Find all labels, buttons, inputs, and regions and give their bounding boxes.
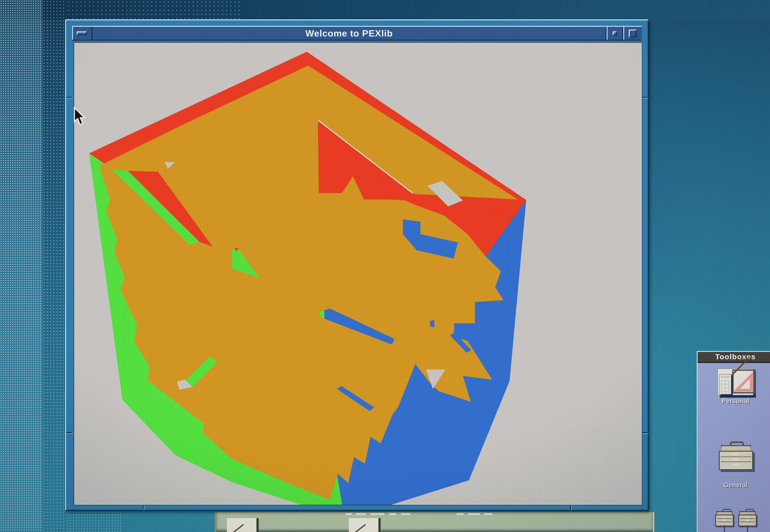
personal-toolbox-icon[interactable] <box>716 368 755 397</box>
toolboxes-title: Toolboxes <box>715 353 756 361</box>
maximize-button[interactable] <box>622 27 642 40</box>
frame-resize-notch[interactable] <box>66 432 72 433</box>
toolbox-mini-row <box>698 509 770 526</box>
icon-stem <box>747 526 748 532</box>
toolbox-item-personal[interactable]: Personal <box>698 368 770 405</box>
toolbox-item-general[interactable]: General <box>698 441 770 489</box>
clipped-text-fragment <box>356 513 366 515</box>
window-menu-button[interactable] <box>72 27 92 40</box>
icon-drawers <box>738 514 757 526</box>
document-icon[interactable] <box>349 518 381 532</box>
toolbox-item-label: Personal <box>698 397 770 405</box>
frame-resize-notch[interactable] <box>642 432 648 433</box>
icon-stem <box>724 526 725 532</box>
desktop-dither-bottom <box>66 511 122 532</box>
general-toolbox-icon[interactable] <box>718 441 753 470</box>
title-area[interactable]: Welcome to PEXlib <box>92 27 606 40</box>
toolbox-item-label: General <box>698 481 770 489</box>
minimize-square-icon <box>613 31 617 35</box>
clipped-text-fragment <box>401 513 410 515</box>
mouse-cursor-icon <box>73 107 87 127</box>
clipped-text-fragment <box>484 513 493 515</box>
icon-calculator <box>719 374 731 394</box>
toolboxes-panel-titlebar[interactable]: Toolboxes <box>698 351 770 363</box>
clipped-text-fragment <box>345 513 352 515</box>
window-title: Welcome to PEXlib <box>305 28 393 39</box>
cube-scene <box>74 42 642 505</box>
maximize-square-icon <box>629 29 637 37</box>
toolboxes-panel: Toolboxes Personal General <box>697 351 770 532</box>
frame-resize-notch[interactable] <box>642 97 648 98</box>
background-window[interactable] <box>215 512 654 532</box>
desktop-dither-strip-left <box>0 0 42 532</box>
frame-resize-notch[interactable] <box>66 97 72 98</box>
small-toolbox-icon[interactable] <box>738 509 756 526</box>
clipped-text-fragment <box>370 513 384 515</box>
pexlib-window: Welcome to PEXlib <box>65 19 649 511</box>
clipped-text-fragment <box>468 513 480 515</box>
icon-drawers <box>719 451 753 470</box>
clipped-text-fragment <box>457 513 464 515</box>
blue-dot <box>430 320 434 327</box>
icon-drawers <box>715 514 734 526</box>
screen: Toolboxes Personal General <box>0 0 770 532</box>
minimize-button[interactable] <box>606 27 622 40</box>
small-toolbox-icon[interactable] <box>715 509 733 526</box>
document-icon[interactable] <box>227 518 259 532</box>
window-menu-dash-icon <box>77 31 87 35</box>
clipped-text-fragment <box>389 513 397 515</box>
desktop-dither-strip-2 <box>42 0 66 532</box>
render-canvas <box>74 42 642 505</box>
desktop-dither-top <box>66 0 242 19</box>
titlebar[interactable]: Welcome to PEXlib <box>72 26 642 41</box>
